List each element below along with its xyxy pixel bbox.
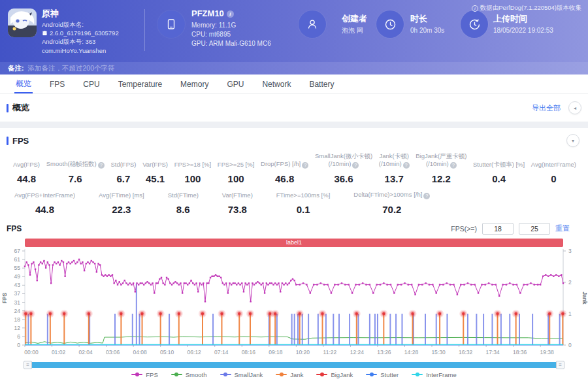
app-version-info: Android版本名: 2.6.0_6179196_6305792 Androi… [42, 20, 119, 46]
legend-swatch [316, 373, 327, 377]
metric-label: FPS>=18 [%] [174, 161, 212, 169]
metric-avg-fps-: Avg(FPS)44.8 [13, 161, 40, 184]
metric-label: FPS>=25 [%] [218, 161, 255, 169]
info-icon: i [472, 5, 478, 12]
svg-text:49: 49 [14, 273, 21, 280]
legend-item-bigjank[interactable]: BigJank [316, 371, 353, 378]
legend-item-smooth[interactable]: Smooth [171, 371, 207, 378]
tab-fps[interactable]: FPS [41, 75, 74, 93]
svg-text:18:36: 18:36 [513, 349, 527, 356]
help-icon[interactable]: ? [352, 162, 359, 169]
svg-text:11:22: 11:22 [323, 349, 337, 356]
svg-text:2: 2 [568, 279, 572, 286]
metric-label: BigJank(严重卡顿)(/10min)? [416, 152, 466, 169]
svg-text:09:18: 09:18 [269, 349, 283, 356]
svg-text:3: 3 [568, 248, 572, 254]
legend-label: FPS [146, 371, 157, 378]
metric-label: Avg(InterFrame) [531, 161, 576, 169]
collapse-left-button[interactable]: ◂ [568, 101, 581, 114]
note-placeholder: 添加备注，不超过200个字符 [28, 64, 115, 73]
legend-item-jank[interactable]: Jank [276, 371, 303, 378]
device-info-icon[interactable]: i [227, 10, 234, 18]
tab-gpu[interactable]: GPU [218, 75, 253, 93]
reset-link[interactable]: 重置 [555, 224, 570, 233]
svg-text:61: 61 [14, 256, 21, 263]
metric-value: 12.2 [432, 173, 451, 184]
tab-network[interactable]: Network [253, 75, 300, 93]
duration-label: 时长 [410, 13, 427, 25]
svg-text:07:14: 07:14 [214, 349, 229, 356]
device-cpu: CPU: mt6895 [191, 30, 271, 39]
svg-text:FPS: FPS [1, 292, 8, 303]
legend-swatch [276, 373, 287, 377]
fps-threshold-max-input[interactable] [519, 223, 550, 235]
title-accent-bar [7, 104, 8, 112]
help-icon[interactable]: ? [450, 162, 457, 169]
svg-text:Jank: Jank [581, 291, 588, 305]
metric-avg-fps-interframe-: Avg(FPS+InterFrame)44.8 [14, 191, 75, 215]
chart-label-banner[interactable]: label1 [25, 239, 563, 247]
help-icon[interactable]: ? [302, 162, 308, 169]
legend-item-interframe[interactable]: InterFrame [412, 371, 456, 378]
metric-label: Jank(卡顿)(/10min)? [379, 152, 410, 169]
legend-label: Jank [290, 371, 303, 378]
legend-swatch [131, 373, 142, 377]
tab-概览[interactable]: 概览 [7, 75, 41, 93]
fps-threshold-min-input[interactable] [482, 223, 514, 235]
collapse-down-button[interactable]: ▾ [566, 134, 580, 147]
collect-note: i 数据由PerfDog(7.1.220504)版本收集 [472, 4, 581, 12]
section-gap [0, 122, 588, 128]
tab-temperature[interactable]: Temperature [109, 75, 171, 93]
device-icon [157, 10, 185, 38]
tab-memory[interactable]: Memory [171, 75, 218, 93]
help-icon[interactable]: ? [98, 162, 105, 169]
svg-text:12:24: 12:24 [350, 349, 365, 356]
legend-item-stutter[interactable]: Stutter [366, 371, 399, 378]
metric-label: Avg(FPS) [13, 161, 40, 169]
svg-text:13:26: 13:26 [377, 349, 391, 356]
help-icon[interactable]: ? [403, 162, 410, 169]
svg-text:01:02: 01:02 [52, 349, 66, 356]
tab-cpu[interactable]: CPU [74, 75, 108, 93]
export-all-link[interactable]: 导出全部 [532, 103, 561, 113]
metric-label: Avg(FTime) [ms] [99, 191, 144, 199]
svg-text:03:06: 03:06 [106, 349, 120, 356]
metric-smooth-: Smooth(稳帧指数)?7.6 [46, 160, 105, 184]
metric-avg-ftime-ms-: Avg(FTime) [ms]22.3 [99, 191, 144, 215]
legend-swatch [220, 373, 231, 377]
metric-bigjank-: BigJank(严重卡顿)(/10min)?12.2 [416, 152, 466, 184]
svg-text:02:04: 02:04 [78, 349, 93, 356]
metric-value: 100 [184, 173, 201, 184]
svg-text:08:16: 08:16 [242, 349, 256, 356]
svg-text:05:10: 05:10 [160, 349, 174, 356]
device-gpu: GPU: ARM Mali-G610 MC6 [191, 39, 271, 48]
legend-item-fps[interactable]: FPS [131, 371, 157, 378]
fps-panel: FPS ▾ Avg(FPS)44.8Smooth(稳帧指数)?7.6Std(FP… [0, 128, 588, 381]
scrollbar-right-handle[interactable]: ≡ [556, 361, 564, 369]
svg-text:06:12: 06:12 [188, 349, 202, 356]
metric-value: 13.7 [385, 173, 404, 184]
metric-label: SmallJank(微小卡顿)(/10min)? [315, 152, 372, 169]
metric-delta-ftime-100ms-h-: Delta(FTime)>100ms [/h]?70.2 [353, 191, 430, 215]
device-memory: Memory: 11.1G [191, 21, 271, 30]
svg-text:17:34: 17:34 [485, 349, 500, 356]
fps-panel-title: FPS [7, 136, 29, 146]
chart-zoom-scrollbar[interactable]: ≡ ≡ [25, 362, 563, 368]
help-icon[interactable]: ? [423, 193, 430, 199]
metric-value: 0.4 [492, 173, 506, 184]
legend-swatch [171, 373, 182, 377]
fps-line-chart[interactable]: 67615549433731241812603210FPSJank00:0001… [0, 247, 588, 359]
svg-text:15:30: 15:30 [431, 349, 446, 356]
scrollbar-left-handle[interactable]: ≡ [24, 361, 32, 369]
legend-label: Smooth [186, 371, 207, 378]
svg-text:18: 18 [14, 316, 21, 322]
legend-item-smalljank[interactable]: SmallJank [220, 371, 263, 378]
chart-label-text: label1 [286, 239, 302, 246]
metric-var-fps-: Var(FPS)45.1 [142, 161, 168, 184]
creator-value: 泡泡 网 [342, 26, 363, 35]
note-bar[interactable]: 备注: 添加备注，不超过200个字符 [0, 62, 588, 75]
app-package: com.miHoYo.Yuanshen [42, 47, 106, 54]
tab-battery[interactable]: Battery [300, 75, 343, 93]
app-title: 原神 [42, 8, 59, 20]
svg-text:31: 31 [14, 299, 21, 305]
